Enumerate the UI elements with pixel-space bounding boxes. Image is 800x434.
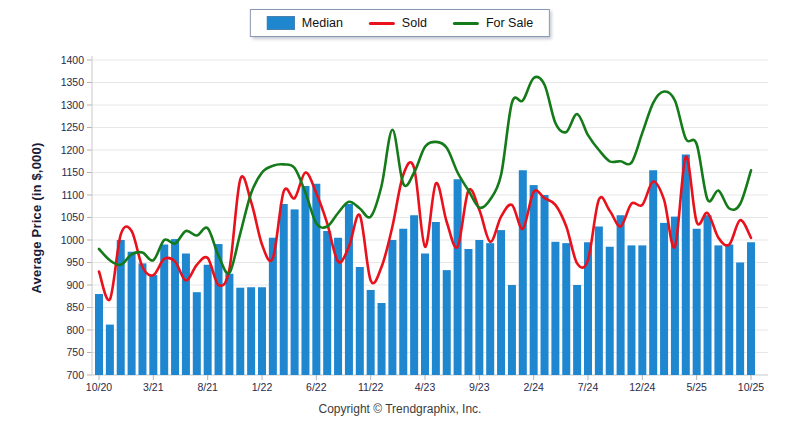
y-tick-label: 1300: [61, 99, 85, 111]
y-axis-title: Average Price (in $,000): [29, 142, 44, 293]
y-tick-label: 950: [66, 256, 84, 268]
median-bar[interactable]: [573, 285, 581, 375]
median-bar[interactable]: [301, 186, 309, 375]
sold-swatch-icon: [369, 22, 395, 25]
x-tick-label: 9/23: [469, 381, 490, 393]
median-bar[interactable]: [725, 245, 733, 376]
x-tick-label: 11/22: [358, 381, 384, 393]
median-bar[interactable]: [236, 288, 244, 375]
y-tick-label: 1400: [61, 54, 85, 66]
x-tick-label: 10/25: [738, 381, 764, 393]
median-bar[interactable]: [627, 245, 635, 375]
median-bar[interactable]: [541, 195, 549, 375]
legend-label-sold: Sold: [402, 16, 427, 30]
median-bar[interactable]: [682, 155, 690, 376]
legend-item-forsale[interactable]: For Sale: [453, 16, 533, 30]
x-tick-label: 2/24: [523, 381, 544, 393]
median-bar[interactable]: [432, 222, 440, 375]
x-tick-label: 1/22: [252, 381, 273, 393]
median-bar[interactable]: [638, 245, 646, 375]
legend: Median Sold For Sale: [250, 9, 550, 37]
median-bar[interactable]: [323, 231, 331, 375]
median-bar[interactable]: [660, 223, 668, 375]
median-bar[interactable]: [345, 204, 353, 375]
median-bar[interactable]: [595, 227, 603, 376]
y-tick-label: 1350: [61, 76, 85, 88]
median-bar[interactable]: [138, 263, 146, 375]
y-tick-label: 1050: [61, 211, 85, 223]
median-bar[interactable]: [736, 263, 744, 376]
legend-label-median: Median: [302, 16, 343, 30]
median-bar[interactable]: [128, 252, 136, 375]
median-bar[interactable]: [551, 242, 559, 375]
median-bar[interactable]: [149, 275, 157, 375]
median-bar[interactable]: [291, 209, 299, 375]
y-tick-label: 850: [66, 301, 84, 313]
median-bar[interactable]: [519, 170, 527, 375]
y-tick-label: 900: [66, 279, 84, 291]
median-bar[interactable]: [747, 242, 755, 375]
x-tick-label: 12/24: [629, 381, 655, 393]
median-bar[interactable]: [378, 303, 386, 375]
y-tick-label: 750: [66, 346, 84, 358]
plot-area: 7007508008509009501000105011001150120012…: [0, 0, 800, 434]
median-bar[interactable]: [464, 249, 472, 375]
median-bar[interactable]: [95, 294, 103, 375]
median-bar[interactable]: [617, 215, 625, 375]
median-bar[interactable]: [497, 230, 505, 375]
x-tick-label: 6/22: [306, 381, 327, 393]
median-bar[interactable]: [247, 287, 255, 375]
median-bar[interactable]: [204, 265, 212, 375]
x-tick-label: 10/20: [86, 381, 112, 393]
copyright-text: Copyright © Trendgraphix, Inc.: [0, 402, 800, 416]
median-bar[interactable]: [410, 215, 418, 375]
y-tick-label: 1250: [61, 121, 85, 133]
median-bar[interactable]: [388, 240, 396, 375]
y-tick-label: 1000: [61, 234, 85, 246]
chart-figure: 7007508008509009501000105011001150120012…: [0, 0, 800, 434]
median-bar[interactable]: [454, 179, 462, 375]
y-tick-label: 1150: [61, 166, 84, 178]
median-bar[interactable]: [443, 270, 451, 375]
legend-label-forsale: For Sale: [486, 16, 533, 30]
median-bar[interactable]: [182, 254, 190, 376]
median-bar[interactable]: [356, 267, 364, 375]
median-bar[interactable]: [225, 274, 233, 375]
x-tick-label: 8/21: [197, 381, 218, 393]
median-bar[interactable]: [649, 170, 657, 375]
median-bar[interactable]: [367, 290, 375, 375]
y-tick-label: 1100: [61, 189, 84, 201]
y-tick-label: 1200: [61, 144, 85, 156]
y-tick-label: 800: [66, 324, 84, 336]
x-tick-label: 3/21: [143, 381, 164, 393]
x-tick-label: 4/23: [415, 381, 436, 393]
median-bar[interactable]: [530, 185, 538, 375]
median-bar[interactable]: [714, 245, 722, 375]
median-bar[interactable]: [193, 292, 201, 375]
median-bar[interactable]: [312, 184, 320, 375]
median-bar[interactable]: [508, 285, 516, 375]
x-tick-label: 7/24: [578, 381, 599, 393]
y-tick-label: 700: [66, 369, 84, 381]
median-bar[interactable]: [693, 229, 701, 375]
median-bar[interactable]: [106, 325, 114, 375]
median-bar[interactable]: [562, 243, 570, 375]
median-bar[interactable]: [475, 240, 483, 375]
median-bar[interactable]: [486, 243, 494, 375]
x-tick-label: 5/25: [686, 381, 707, 393]
median-bar[interactable]: [117, 240, 125, 375]
median-bar[interactable]: [704, 215, 712, 375]
median-bar[interactable]: [606, 247, 614, 375]
median-swatch-icon: [267, 16, 295, 30]
median-bar[interactable]: [421, 254, 429, 376]
legend-item-median[interactable]: Median: [267, 16, 343, 30]
median-bar[interactable]: [280, 204, 288, 375]
median-bar[interactable]: [258, 287, 266, 375]
forsale-swatch-icon: [453, 22, 479, 25]
median-bar[interactable]: [399, 229, 407, 375]
legend-item-sold[interactable]: Sold: [369, 16, 427, 30]
